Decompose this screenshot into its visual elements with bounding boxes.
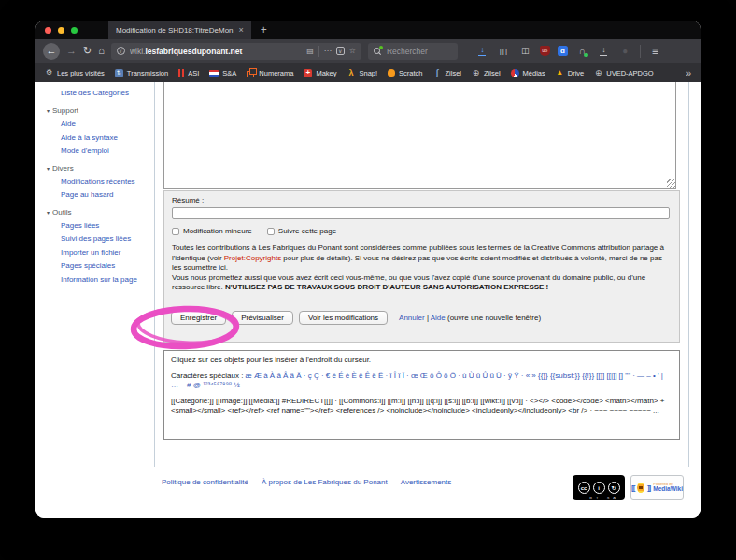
previsualiser-button[interactable]: Prévisualiser: [232, 311, 293, 325]
voir-les-modifications-button[interactable]: Voir les modifications: [299, 311, 388, 325]
back-button[interactable]: ←: [43, 43, 60, 60]
bookmark-drive[interactable]: ▲Drive: [556, 69, 585, 77]
sidebar-item-aide[interactable]: Aide: [61, 119, 143, 129]
download-icon[interactable]: ↓: [475, 44, 489, 58]
sidebar-item-aide-a-la-syntaxe[interactable]: Aide à la syntaxe: [61, 133, 143, 143]
footer-link-politique-de-confidentialite[interactable]: Politique de confidentialité: [162, 478, 248, 486]
bookmark-label: Transmission: [127, 69, 168, 77]
extension-d-icon[interactable]: d: [558, 46, 568, 56]
sidebar-section-header-support[interactable]: ▾Support: [47, 106, 151, 115]
bookmark-makey[interactable]: +Makey: [304, 69, 336, 77]
bookmark-label: Numerama: [259, 69, 293, 77]
sidebar-item-page-au-hasard[interactable]: Page au hasard: [61, 190, 143, 200]
bookmark-numerama[interactable]: Numerama: [247, 69, 293, 77]
bookmark-zilsel[interactable]: ⊕Zilsel: [472, 69, 501, 77]
window-controls: [35, 21, 86, 39]
search-icon: [374, 47, 382, 55]
search-placeholder: Rechercher: [387, 47, 428, 56]
summary-input[interactable]: [172, 207, 670, 219]
sidebar-item-suivi-des-pages-liees[interactable]: Suivi des pages liées: [61, 234, 143, 244]
sidebar-item-modifications-recentes[interactable]: Modifications récentes: [61, 177, 143, 187]
edit-checkboxes: Modification mineureSuivre cette page: [172, 227, 336, 235]
bookmark-snap[interactable]: λSnap!: [347, 69, 377, 77]
close-window-button[interactable]: [45, 27, 51, 34]
pocket-icon[interactable]: ∨: [336, 47, 345, 55]
bookmark-label: Zilsel: [446, 69, 462, 77]
checkbox-label: Suivre cette page: [278, 227, 336, 235]
bookmark-medias[interactable]: Médias: [511, 69, 545, 77]
bookmark-label: Makey: [316, 69, 336, 77]
home-button[interactable]: ⌂: [98, 46, 105, 56]
disabled-extension-icon[interactable]: ●: [618, 44, 632, 58]
headset-icon[interactable]: ∩: [575, 44, 589, 58]
zoom-window-button[interactable]: [71, 27, 78, 34]
forward-button[interactable]: →: [66, 46, 77, 56]
sidebar-item-pages-liees[interactable]: Pages liées: [61, 221, 143, 231]
url-bar[interactable]: i wiki.lesfabriquesduponant.net ▤ ⋯ ∨ ☆: [111, 43, 361, 60]
numerama-icon: [247, 69, 255, 77]
wiki-markup-shortcuts[interactable]: [[Catégorie:]] [[Image:]] [[Media:]] #RE…: [171, 397, 672, 416]
sidebar-section-divers: ▾DiversModifications récentesPage au has…: [35, 164, 151, 200]
enregistrer-button[interactable]: Enregistrer: [171, 311, 226, 325]
search-bar[interactable]: Rechercher: [368, 43, 458, 60]
bookmarks-overflow-icon[interactable]: »: [686, 68, 691, 78]
cc-by-icon: i: [593, 482, 605, 494]
cc-by-sa-badge[interactable]: cc i ↻ BY SA: [573, 475, 625, 500]
red-link[interactable]: Projet:Copyrights: [224, 254, 281, 262]
bookmark-transmission[interactable]: ⇅Transmission: [115, 69, 168, 77]
sidebar-item-pages-speciales[interactable]: Pages spéciales: [61, 261, 143, 271]
help-link[interactable]: Aide: [431, 314, 446, 322]
footer-link-a-propos-de-les-fabriques-du-ponant[interactable]: À propos de Les Fabriques du Ponant: [262, 478, 388, 486]
reader-view-icon[interactable]: ▤: [306, 48, 314, 55]
makey-cross-icon: +: [304, 69, 312, 77]
download-tray-icon[interactable]: ↓: [597, 44, 611, 58]
bookmark-s-a[interactable]: S&A: [209, 69, 236, 77]
bookmark-star-icon[interactable]: ☆: [349, 48, 356, 55]
edit-textarea[interactable]: [163, 82, 676, 189]
reload-button[interactable]: ↻: [83, 46, 92, 56]
ublock-shield-icon[interactable]: uo: [540, 46, 550, 56]
toolbar-icons: ↓|||◫uod∩↓●≡: [475, 44, 662, 58]
textarea-resize-handle[interactable]: [667, 179, 675, 188]
checkbox-box[interactable]: [172, 228, 179, 235]
sidebar-section-header-divers[interactable]: ▾Divers: [47, 164, 151, 173]
page-actions-icon[interactable]: ⋯: [324, 48, 332, 55]
bookmark-asi[interactable]: ASI: [178, 69, 199, 77]
tab-bar: Modification de SHD18:TitreDeMon × +: [35, 21, 701, 39]
drive-icon: ▲: [556, 69, 564, 77]
special-characters-line[interactable]: Caractères spéciaux : æ Æ à À â Â ä Ä · …: [171, 371, 672, 391]
checkbox-modification-mineure[interactable]: Modification mineure: [172, 227, 252, 235]
checkbox-suivre-cette-page[interactable]: Suivre cette page: [267, 227, 336, 235]
edittools-box: Cliquez sur ces objets pour les insérer …: [163, 350, 680, 440]
bookmark-scratch[interactable]: Scratch: [388, 69, 422, 77]
special-characters: æ Æ à À â Â ä Ä · ç Ç · € é É è È ê Ê ë …: [171, 371, 663, 390]
new-tab-button[interactable]: +: [251, 21, 276, 39]
sidebar-view-icon[interactable]: ◫: [518, 44, 532, 58]
medias-icon: [511, 69, 519, 77]
sidebar-section-header-outils[interactable]: ▾Outils: [47, 208, 151, 217]
sidebar-item-importer-un-fichier[interactable]: Importer un fichier: [61, 248, 143, 258]
tab-close-icon[interactable]: ×: [239, 26, 244, 35]
flag-icon: [209, 70, 219, 77]
active-tab[interactable]: Modification de SHD18:TitreDeMon ×: [108, 21, 251, 39]
bookmark-uved-apdgo[interactable]: ⊕UVED-APDGO: [594, 69, 653, 77]
mediawiki-bracket-right: ]]: [647, 483, 650, 492]
bookmark-zilsel[interactable]: ʃZilsel: [433, 69, 462, 77]
footer-link-avertissements[interactable]: Avertissements: [401, 478, 452, 486]
sidebar-item-mode-d-emploi[interactable]: Mode d'emploi: [61, 147, 143, 156]
copyright-paragraph-1: Toutes les contributions à Les Fabriques…: [172, 244, 672, 273]
menu-icon[interactable]: ≡: [648, 44, 662, 58]
sidebar-item-liste-des-categories[interactable]: Liste des Catégories: [61, 89, 151, 97]
minimize-window-button[interactable]: [58, 27, 64, 34]
checkbox-box[interactable]: [267, 228, 275, 235]
cc-icon: cc: [578, 482, 590, 494]
mediawiki-badge[interactable]: [[ ]] Powered By MediaWiki: [630, 475, 684, 500]
globe-icon: ⊕: [594, 69, 602, 77]
lambda-icon: λ: [347, 69, 355, 77]
bookmark-les-plus-visites[interactable]: ⚙Les plus visités: [45, 69, 105, 77]
cancel-link[interactable]: Annuler: [399, 314, 425, 322]
sidebar-section-outils: ▾OutilsPages liéesSuivi des pages liéesI…: [35, 208, 151, 285]
library-icon[interactable]: |||: [497, 44, 511, 58]
site-info-icon[interactable]: i: [117, 47, 125, 55]
sidebar-item-information-sur-la-page[interactable]: Information sur la page: [61, 275, 143, 285]
